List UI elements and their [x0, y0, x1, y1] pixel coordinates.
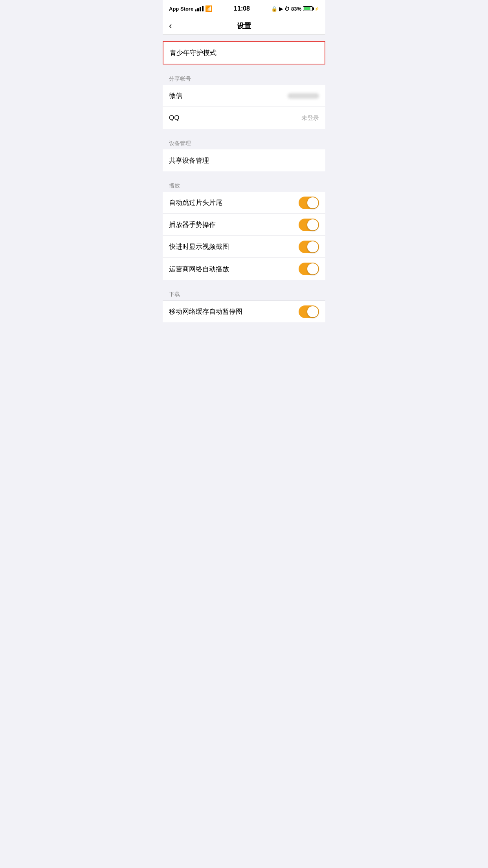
playback-body: 自动跳过片头片尾 播放器手势操作 快进时显示视频截图 运营商网络自动播放 [163, 192, 325, 280]
device-management-body: 共享设备管理 [163, 149, 325, 171]
fast-forward-screenshot-toggle[interactable] [299, 241, 319, 253]
share-account-body: 微信 QQ 未登录 [163, 85, 325, 129]
signal-icon [195, 6, 204, 11]
mobile-cache-row[interactable]: 移动网络缓存自动暂停图 [163, 300, 325, 322]
qq-status: 未登录 [301, 114, 319, 122]
device-management-section: 设备管理 共享设备管理 [163, 140, 325, 171]
wechat-status-blurred [288, 93, 319, 99]
fast-forward-screenshot-label: 快进时显示视频截图 [169, 242, 229, 251]
carrier-autoplay-row[interactable]: 运营商网络自动播放 [163, 258, 325, 280]
app-store-label: App Store [169, 6, 193, 12]
location-icon: ▶ [279, 6, 283, 12]
back-button[interactable]: ‹ [169, 21, 172, 31]
gesture-label: 播放器手势操作 [169, 220, 216, 229]
youth-protection-row[interactable]: 青少年守护模式 [163, 42, 325, 64]
auto-skip-toggle-thumb [307, 197, 318, 208]
wifi-icon: 📶 [205, 5, 213, 12]
auto-skip-row[interactable]: 自动跳过片头片尾 [163, 192, 325, 214]
device-management-header: 设备管理 [163, 140, 325, 149]
qq-row[interactable]: QQ 未登录 [163, 107, 325, 129]
youth-protection-section: 青少年守护模式 [163, 41, 325, 64]
playback-header: 播放 [163, 182, 325, 192]
status-time: 11:08 [234, 5, 250, 12]
auto-skip-toggle[interactable] [299, 197, 319, 209]
settings-content: 青少年守护模式 分享帐号 微信 QQ 未登录 设备管理 共享设备管理 播放 [163, 41, 325, 322]
download-section: 下载 移动网络缓存自动暂停图 [163, 291, 325, 322]
alarm-icon: ⏱ [284, 6, 290, 12]
share-account-header: 分享帐号 [163, 75, 325, 85]
nav-bar: ‹ 设置 [163, 17, 325, 35]
auto-skip-label: 自动跳过片头片尾 [169, 198, 222, 207]
shared-device-row[interactable]: 共享设备管理 [163, 149, 325, 171]
battery-icon [303, 6, 313, 11]
download-header: 下载 [163, 291, 325, 300]
carrier-autoplay-toggle-thumb [307, 263, 318, 274]
battery-percent: 83% [291, 6, 301, 12]
playback-section: 播放 自动跳过片头片尾 播放器手势操作 快进时显示视频截图 [163, 182, 325, 280]
download-body: 移动网络缓存自动暂停图 [163, 300, 325, 322]
gesture-toggle-thumb [307, 219, 318, 230]
charging-icon: ⚡ [314, 7, 319, 11]
mobile-cache-toggle[interactable] [299, 305, 319, 318]
share-account-section: 分享帐号 微信 QQ 未登录 [163, 75, 325, 129]
back-chevron-icon: ‹ [169, 21, 172, 31]
shared-device-label: 共享设备管理 [169, 156, 209, 165]
wechat-label: 微信 [169, 91, 182, 100]
wechat-row[interactable]: 微信 [163, 85, 325, 107]
youth-protection-label: 青少年守护模式 [170, 48, 216, 57]
page-title: 设置 [237, 21, 251, 31]
gesture-row[interactable]: 播放器手势操作 [163, 214, 325, 236]
status-right: 🔒 ▶ ⏱ 83% ⚡ [271, 6, 319, 12]
qq-label: QQ [169, 114, 179, 122]
status-bar: App Store 📶 11:08 🔒 ▶ ⏱ 83% ⚡ [163, 0, 325, 17]
status-left: App Store 📶 [169, 5, 213, 12]
carrier-autoplay-toggle[interactable] [299, 263, 319, 275]
lock-icon: 🔒 [271, 6, 277, 12]
gesture-toggle[interactable] [299, 219, 319, 231]
mobile-cache-label: 移动网络缓存自动暂停图 [169, 307, 242, 316]
carrier-autoplay-label: 运营商网络自动播放 [169, 265, 229, 274]
fast-forward-screenshot-toggle-thumb [307, 241, 318, 252]
fast-forward-screenshot-row[interactable]: 快进时显示视频截图 [163, 236, 325, 258]
mobile-cache-toggle-thumb [307, 306, 318, 317]
